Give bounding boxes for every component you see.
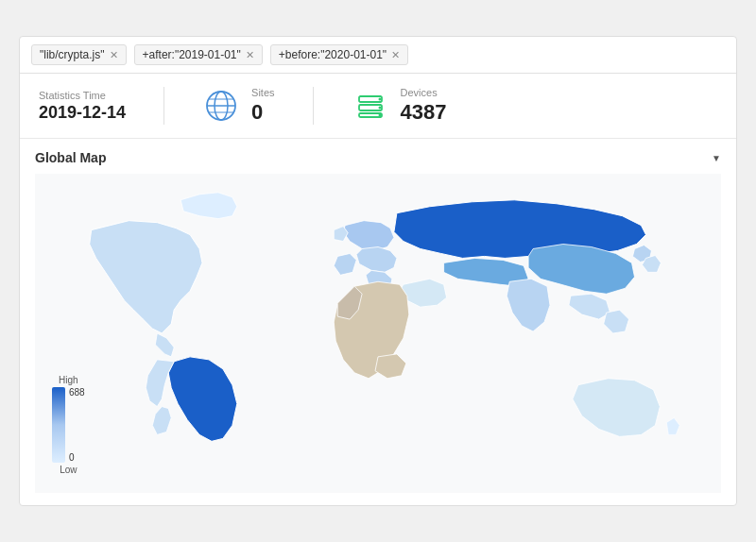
legend-high-label: High bbox=[59, 375, 78, 385]
svg-rect-5 bbox=[359, 96, 382, 102]
filter-tag-label: +before:"2020-01-01" bbox=[279, 48, 387, 61]
filter-tag-close-before[interactable]: ✕ bbox=[391, 50, 400, 60]
legend-low-value: 0 bbox=[69, 452, 85, 463]
stat-devices: Devices 4387 bbox=[401, 87, 447, 125]
main-card: "lib/crypta.js" ✕ +after:"2019-01-01" ✕ … bbox=[19, 36, 737, 506]
stat-time-value: 2019-12-14 bbox=[39, 103, 126, 123]
filter-bar: "lib/crypta.js" ✕ +after:"2019-01-01" ✕ … bbox=[20, 37, 736, 74]
stat-sites-value: 0 bbox=[251, 100, 274, 125]
chevron-down-icon[interactable]: ▼ bbox=[712, 153, 721, 163]
stats-row: Statistics Time 2019-12-14 Sites 0 bbox=[20, 74, 736, 139]
legend-gradient-bar bbox=[52, 387, 65, 463]
svg-point-9 bbox=[378, 107, 381, 110]
devices-icon bbox=[352, 87, 389, 125]
divider-2 bbox=[313, 87, 314, 125]
map-container: High 688 0 Low bbox=[35, 173, 721, 494]
globe-icon bbox=[202, 87, 240, 125]
map-header: Global Map ▼ bbox=[35, 150, 721, 165]
stat-devices-label: Devices bbox=[401, 87, 447, 98]
filter-tag-crypta[interactable]: "lib/crypta.js" ✕ bbox=[31, 44, 127, 65]
legend-numbers: 688 0 bbox=[69, 387, 85, 463]
legend-low-label: Low bbox=[60, 465, 77, 475]
map-section: Global Map ▼ bbox=[20, 139, 736, 505]
filter-tag-after[interactable]: +after:"2019-01-01" ✕ bbox=[134, 44, 263, 65]
svg-point-8 bbox=[378, 98, 381, 101]
filter-tag-close-after[interactable]: ✕ bbox=[246, 50, 254, 60]
stat-sites-label: Sites bbox=[251, 87, 274, 98]
stat-sites: Sites 0 bbox=[251, 87, 274, 125]
filter-tag-label: +after:"2019-01-01" bbox=[143, 48, 241, 61]
world-map-svg bbox=[35, 173, 721, 494]
svg-rect-6 bbox=[359, 105, 382, 110]
legend-high-value: 688 bbox=[69, 387, 85, 398]
filter-tag-label: "lib/crypta.js" bbox=[40, 48, 105, 61]
filter-tag-before[interactable]: +before:"2020-01-01" ✕ bbox=[270, 44, 408, 65]
stat-devices-value: 4387 bbox=[401, 100, 447, 125]
legend-row: 688 0 bbox=[52, 387, 85, 463]
stat-time-label: Statistics Time bbox=[39, 90, 126, 101]
stat-devices-block: Devices 4387 bbox=[352, 87, 447, 125]
svg-rect-7 bbox=[359, 113, 382, 117]
stat-time: Statistics Time 2019-12-14 bbox=[39, 90, 126, 123]
stat-sites-block: Sites 0 bbox=[202, 87, 274, 125]
divider-1 bbox=[163, 87, 164, 125]
svg-point-10 bbox=[378, 114, 381, 117]
map-legend: High 688 0 Low bbox=[52, 375, 85, 475]
map-title: Global Map bbox=[35, 150, 106, 165]
filter-tag-close-crypta[interactable]: ✕ bbox=[110, 50, 118, 60]
